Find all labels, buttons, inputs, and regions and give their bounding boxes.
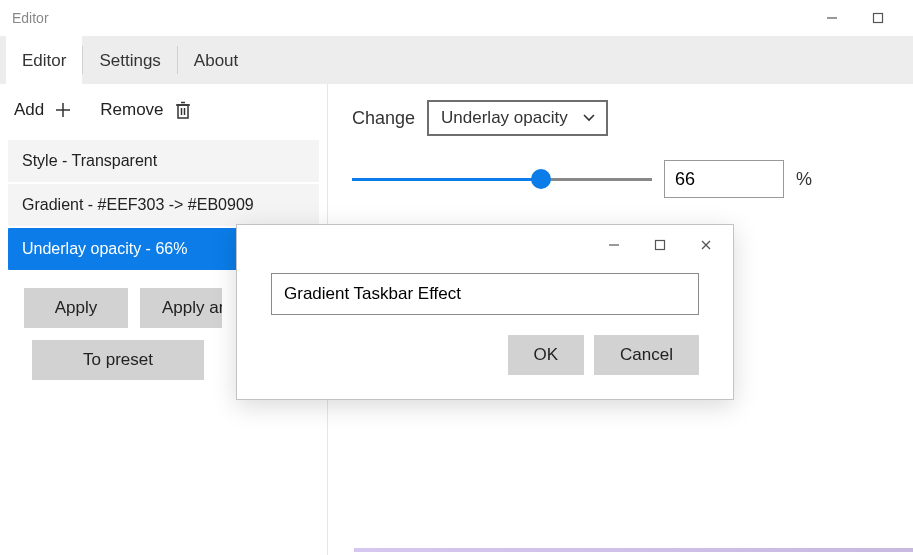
remove-label: Remove: [100, 100, 163, 120]
slider-thumb[interactable]: [531, 169, 551, 189]
chevron-down-icon: [582, 108, 596, 128]
preset-name-input[interactable]: [271, 273, 699, 315]
add-label: Add: [14, 100, 44, 120]
svg-rect-10: [656, 241, 665, 250]
list-item[interactable]: Style - Transparent: [8, 140, 319, 182]
slider-row: %: [352, 160, 889, 198]
sidebar-actions: Add Remove: [0, 92, 327, 134]
plus-icon: [54, 101, 72, 119]
bottom-accent-bar: [354, 548, 913, 552]
dialog-minimize-button[interactable]: [591, 229, 637, 261]
ok-button[interactable]: OK: [508, 335, 585, 375]
tab-label: About: [194, 51, 238, 71]
trash-icon: [174, 100, 192, 120]
close-icon: [700, 239, 712, 251]
change-row: Change Underlay opacity: [352, 100, 889, 136]
maximize-icon: [654, 239, 666, 251]
preset-name-dialog: OK Cancel: [236, 224, 734, 400]
change-select[interactable]: Underlay opacity: [427, 100, 608, 136]
tab-editor[interactable]: Editor: [6, 36, 82, 84]
dialog-button-row: OK Cancel: [271, 335, 699, 375]
window-minimize-button[interactable]: [809, 0, 855, 36]
window-titlebar: Editor: [0, 0, 913, 36]
dialog-close-button[interactable]: [683, 229, 729, 261]
tabstrip: Editor Settings About: [0, 36, 913, 84]
opacity-slider[interactable]: [352, 169, 652, 189]
tab-settings[interactable]: Settings: [83, 36, 176, 84]
maximize-icon: [872, 12, 884, 24]
opacity-value-input[interactable]: [664, 160, 784, 198]
window-maximize-button[interactable]: [855, 0, 901, 36]
list-item-label: Style - Transparent: [22, 152, 157, 169]
window-title: Editor: [12, 10, 49, 26]
slider-track-filled: [352, 178, 541, 181]
cancel-button[interactable]: Cancel: [594, 335, 699, 375]
list-item[interactable]: Gradient - #EEF303 -> #EB0909: [8, 184, 319, 226]
change-select-value: Underlay opacity: [441, 108, 568, 127]
to-preset-button[interactable]: To preset: [32, 340, 204, 380]
list-item-label: Underlay opacity - 66%: [22, 240, 187, 257]
tab-label: Editor: [22, 51, 66, 71]
tab-about[interactable]: About: [178, 36, 254, 84]
add-action[interactable]: Add: [14, 100, 72, 120]
dialog-titlebar: [237, 225, 733, 265]
slider-track-empty: [541, 178, 652, 181]
svg-rect-1: [874, 14, 883, 23]
change-label: Change: [352, 108, 415, 129]
list-item-label: Gradient - #EEF303 -> #EB0909: [22, 196, 254, 213]
percent-label: %: [796, 169, 812, 190]
svg-rect-4: [178, 105, 188, 118]
tab-label: Settings: [99, 51, 160, 71]
dialog-maximize-button[interactable]: [637, 229, 683, 261]
apply-and-save-button[interactable]: Apply and: [140, 288, 222, 328]
minimize-icon: [826, 12, 838, 24]
minimize-icon: [608, 239, 620, 251]
apply-button[interactable]: Apply: [24, 288, 128, 328]
dialog-body: OK Cancel: [237, 265, 733, 399]
remove-action[interactable]: Remove: [100, 100, 191, 120]
